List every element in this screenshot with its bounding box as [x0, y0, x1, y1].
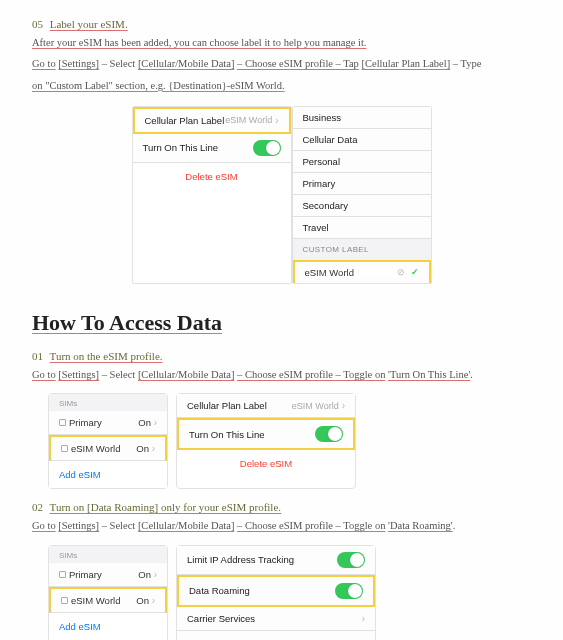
sim-row-esim[interactable]: eSIM World On ›	[49, 435, 167, 461]
chevron-right-icon: ›	[362, 613, 365, 624]
step-05-line3: on "Custom Label" section, e.g. {Destina…	[32, 77, 531, 94]
sims-panel: SIMs Primary On › eSIM World On › Add eS…	[48, 393, 168, 489]
step-01-heading: 01 Turn on the eSIM profile.	[32, 350, 531, 362]
sim-row-esim[interactable]: eSIM World On ›	[49, 587, 167, 613]
turn-on-line-row[interactable]: Turn On This Line	[177, 418, 355, 450]
list-item[interactable]: Cellular Data	[293, 129, 431, 151]
step-num: 05	[32, 18, 43, 30]
custom-label-header: CUSTOM LABEL	[293, 239, 431, 260]
step-02-screenshot: SIMs Primary On › eSIM World On › Add eS…	[48, 545, 531, 640]
cellular-plan-label-row[interactable]: Cellular Plan Label eSIM World ›	[177, 394, 355, 418]
cellular-plan-label-row[interactable]: Cellular Plan Label eSIM World›	[133, 107, 291, 134]
chevron-right-icon: ›	[154, 569, 157, 580]
step-05-line1: After your eSIM has been added, you can …	[32, 34, 531, 51]
sim-dot-icon	[61, 445, 68, 452]
chevron-right-icon: ›	[342, 400, 345, 411]
roaming-panel: Limit IP Address Tracking Data Roaming C…	[176, 545, 376, 640]
toggle-on-icon[interactable]	[253, 140, 281, 156]
list-item[interactable]: Primary	[293, 173, 431, 195]
step-02-heading: 02 Turn on [Data Roaming] only for your …	[32, 501, 531, 513]
check-icon: ✓	[411, 267, 419, 277]
sims-panel: SIMs Primary On › eSIM World On › Add eS…	[48, 545, 168, 640]
step-01-line: Go to [Settings] – Select [Cellular/Mobi…	[32, 366, 531, 383]
clear-icon[interactable]: ⊘	[397, 267, 405, 277]
sims-header: SIMs	[49, 546, 167, 563]
step-title: Label your eSIM.	[50, 18, 128, 30]
sim-dot-icon	[59, 419, 66, 426]
list-item[interactable]: Business	[293, 107, 431, 129]
add-esim-button[interactable]: Add eSIM	[49, 613, 167, 640]
sim-dot-icon	[59, 571, 66, 578]
toggle-on-icon[interactable]	[315, 426, 343, 442]
delete-esim-button[interactable]: Delete eSIM	[133, 163, 291, 190]
sim-dot-icon	[61, 597, 68, 604]
toggle-on-icon[interactable]	[337, 552, 365, 568]
add-esim-button[interactable]: Add eSIM	[49, 461, 167, 488]
step-05-screenshot: Cellular Plan Label eSIM World› Turn On …	[32, 106, 531, 284]
chevron-right-icon: ›	[152, 443, 155, 454]
carrier-services-row[interactable]: Carrier Services ›	[177, 607, 375, 631]
list-item[interactable]: Personal	[293, 151, 431, 173]
step-02-line: Go to [Settings] – Select [Cellular/Mobi…	[32, 517, 531, 534]
delete-esim-button[interactable]: Delete eSIM	[177, 450, 355, 477]
sim-pin-row[interactable]: SIM PIN ›	[177, 631, 375, 640]
sim-row[interactable]: Primary On ›	[49, 563, 167, 587]
step-05-line2: Go to [Settings] – Select [Cellular/Mobi…	[32, 55, 531, 72]
step-01-screenshot: SIMs Primary On › eSIM World On › Add eS…	[48, 393, 531, 489]
label-panel-right: Business Cellular Data Personal Primary …	[292, 106, 432, 284]
esim-details-panel: Cellular Plan Label eSIM World › Turn On…	[176, 393, 356, 489]
sims-header: SIMs	[49, 394, 167, 411]
chevron-right-icon: ›	[275, 115, 278, 126]
sim-row[interactable]: Primary On ›	[49, 411, 167, 435]
turn-on-line-row[interactable]: Turn On This Line	[133, 134, 291, 163]
step-05-heading: 05 Label your eSIM.	[32, 18, 531, 30]
list-item[interactable]: Secondary	[293, 195, 431, 217]
list-item[interactable]: Travel	[293, 217, 431, 239]
section-heading: How To Access Data	[32, 310, 531, 336]
chevron-right-icon: ›	[154, 417, 157, 428]
data-roaming-row[interactable]: Data Roaming	[177, 575, 375, 607]
chevron-right-icon: ›	[362, 637, 365, 640]
chevron-right-icon: ›	[152, 595, 155, 606]
limit-ip-row[interactable]: Limit IP Address Tracking	[177, 546, 375, 575]
label-panel-left: Cellular Plan Label eSIM World› Turn On …	[132, 106, 292, 284]
custom-label-input[interactable]	[305, 267, 397, 278]
custom-label-input-row[interactable]: ⊘✓	[293, 260, 431, 283]
toggle-on-icon[interactable]	[335, 583, 363, 599]
